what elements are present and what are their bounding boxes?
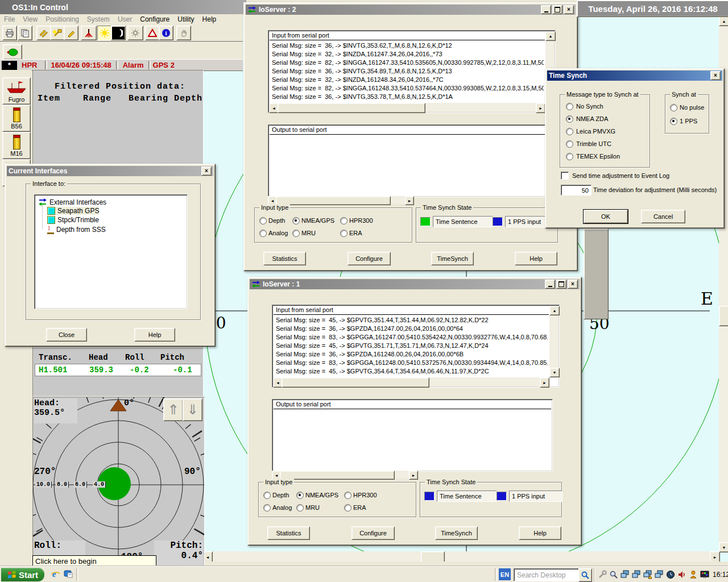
radio-no-synch[interactable] xyxy=(566,103,573,110)
configure-button[interactable]: Configure xyxy=(348,252,391,265)
scroll-right-arrow[interactable]: ► xyxy=(540,377,549,388)
chart-hscrollbar[interactable]: ◄ ► xyxy=(202,551,719,562)
timesynch-button[interactable]: TimeSynch xyxy=(435,526,478,540)
radio-analog[interactable] xyxy=(259,230,267,237)
world-clock-tray-icon[interactable] xyxy=(666,570,675,579)
tree-item-seapath-gps[interactable]: Seapath GPS xyxy=(47,207,99,215)
radio-era[interactable] xyxy=(340,230,348,237)
close-icon[interactable]: × xyxy=(710,71,721,80)
radio-hpr300[interactable] xyxy=(344,492,351,499)
hscrollbar[interactable]: ◄ ► xyxy=(273,377,549,386)
tree-item-depth-from-sss[interactable]: ↕ Depth from SSS xyxy=(47,225,106,234)
info-button[interactable]: i xyxy=(159,26,173,40)
radio-mru[interactable] xyxy=(296,504,304,512)
time-synch-titlebar[interactable]: Time Synch × xyxy=(547,70,722,81)
close-icon[interactable]: × xyxy=(201,167,212,176)
hscrollbar[interactable]: ◄ ► xyxy=(269,103,545,112)
ioserver2-output-hscrollbar[interactable]: ◄ ► xyxy=(268,196,414,204)
display-tray-icon[interactable] xyxy=(700,570,709,579)
radio-hpr300[interactable] xyxy=(340,217,348,225)
radio-1pps[interactable] xyxy=(670,118,677,125)
magnifier-tray-icon[interactable] xyxy=(609,570,618,579)
day-display-button[interactable] xyxy=(97,26,112,40)
menu-view[interactable]: View xyxy=(19,14,42,24)
scroll-right-arrow[interactable]: ► xyxy=(405,196,414,205)
scroll-up-button[interactable]: ⇑ xyxy=(163,398,183,421)
menu-positioning[interactable]: Positioning xyxy=(42,14,83,24)
configure-button[interactable]: Configure xyxy=(351,526,395,540)
radio-analog[interactable] xyxy=(263,504,271,512)
pan-button[interactable] xyxy=(176,26,191,40)
menu-help[interactable]: Help xyxy=(198,14,221,24)
event-log-checkbox[interactable] xyxy=(561,172,569,180)
alarm-test-button[interactable] xyxy=(145,26,160,40)
tree-item-stpck-trimble[interactable]: Stpck/Trimble xyxy=(47,216,99,224)
network-tray-icon-2[interactable] xyxy=(632,570,641,579)
ioserver1-output-box[interactable]: Output to serial port xyxy=(272,399,553,472)
scroll-thumb[interactable] xyxy=(276,196,391,205)
help-button[interactable]: Help xyxy=(134,328,175,342)
interface-tree[interactable]: External Interfaces Seapath GPS Stpck/Tr… xyxy=(34,194,188,309)
radio-temex-epsilon[interactable] xyxy=(566,153,573,160)
scroll-up-arrow[interactable]: ▲ xyxy=(549,306,560,315)
search-button[interactable] xyxy=(578,568,592,582)
close-icon[interactable]: × xyxy=(564,5,574,14)
transducer-mute-button[interactable] xyxy=(81,26,97,40)
radio-nmea-gps[interactable] xyxy=(292,217,300,225)
network-tray-icon-3[interactable] xyxy=(655,570,664,579)
ioserver2-titlebar[interactable]: IoServer : 2 × xyxy=(246,5,576,15)
status-star-box[interactable]: * xyxy=(2,61,17,70)
volume-tray-icon[interactable] xyxy=(677,570,686,579)
deviation-input[interactable] xyxy=(561,185,592,196)
scroll-up-arrow[interactable]: ▲ xyxy=(545,31,556,41)
scroll-right-arrow[interactable]: ► xyxy=(536,103,545,113)
ok-button[interactable]: OK xyxy=(584,210,628,223)
night-display-button[interactable] xyxy=(111,26,126,40)
cancel-button[interactable]: Cancel xyxy=(641,210,685,223)
status-alarm[interactable]: Alarm xyxy=(123,61,144,69)
tray-clock[interactable]: 16:12 xyxy=(713,571,728,579)
search-input[interactable] xyxy=(514,568,580,581)
sidebar-item-fugro[interactable]: Fugro xyxy=(2,77,31,105)
sidebar-item-b56[interactable]: B56 xyxy=(2,105,31,132)
main-titlebar[interactable]: OS1:In Control xyxy=(0,0,246,14)
network-warning-tray-icon[interactable] xyxy=(643,570,652,579)
agent-tray-icon[interactable] xyxy=(689,570,698,579)
start-button[interactable]: Start xyxy=(1,568,44,581)
language-indicator[interactable]: EN xyxy=(499,568,511,580)
scroll-right-arrow[interactable]: ► xyxy=(409,471,418,480)
tools-tray-icon[interactable] xyxy=(598,570,607,579)
scroll-thumb[interactable] xyxy=(282,377,429,388)
scroll-down-arrow[interactable]: ▼ xyxy=(719,542,728,552)
show-desktop-icon[interactable] xyxy=(64,569,73,579)
radio-nmea-gps[interactable] xyxy=(296,492,304,499)
scroll-thumb[interactable] xyxy=(719,306,728,326)
vscrollbar[interactable]: ▲ ▼ xyxy=(549,306,559,377)
minimize-icon[interactable] xyxy=(541,5,551,14)
help-button[interactable]: Help xyxy=(519,526,561,540)
tools-button[interactable] xyxy=(50,26,65,40)
radio-nmea-zda[interactable] xyxy=(566,115,573,123)
radio-depth[interactable] xyxy=(259,217,267,225)
radio-era[interactable] xyxy=(344,504,351,512)
network-tray-icon[interactable] xyxy=(621,570,630,579)
close-icon[interactable]: × xyxy=(568,280,578,289)
menu-file[interactable]: File xyxy=(0,14,19,24)
scroll-right-arrow[interactable]: ► xyxy=(710,551,720,562)
scroll-thumb[interactable] xyxy=(278,103,425,113)
scroll-up-arrow[interactable]: ▲ xyxy=(719,16,728,26)
ioserver1-output-hscrollbar[interactable]: ◄ ► xyxy=(272,471,418,479)
statistics-button[interactable]: Statistics xyxy=(263,252,306,265)
ioserver1-titlebar[interactable]: IoServer : 1 × xyxy=(250,279,580,289)
maximize-icon[interactable] xyxy=(552,5,562,14)
help-button[interactable]: Help xyxy=(515,252,557,265)
print-button[interactable] xyxy=(2,26,17,40)
edit-button[interactable] xyxy=(64,26,78,40)
ioserver1-input-list[interactable]: Input from serial port Serial Msg: size … xyxy=(272,305,560,388)
ie-quick-launch-icon[interactable]: e xyxy=(51,569,60,579)
scroll-down-button[interactable]: ⇓ xyxy=(183,398,202,421)
statistics-button[interactable]: Statistics xyxy=(267,526,310,540)
menu-utility[interactable]: Utility xyxy=(173,14,198,24)
measure-button[interactable] xyxy=(36,26,51,40)
radio-no-pulse[interactable] xyxy=(670,104,677,111)
